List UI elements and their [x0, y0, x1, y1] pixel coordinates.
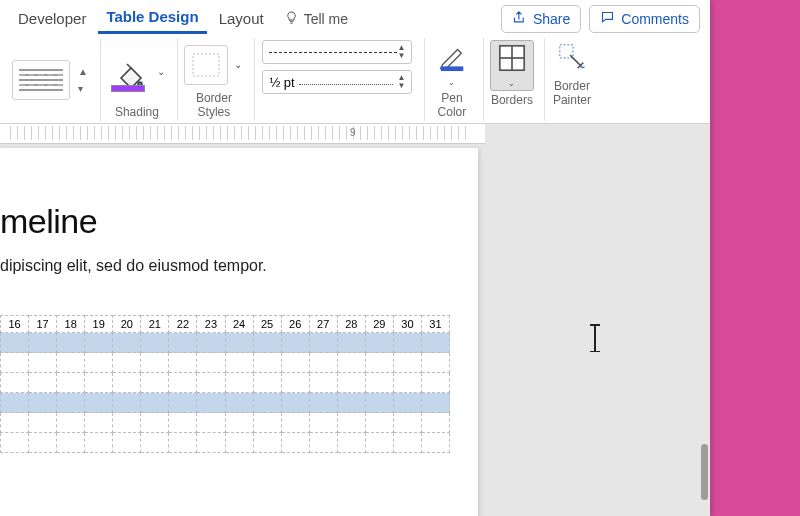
comments-button[interactable]: Comments [589, 5, 700, 33]
table-cell[interactable] [29, 433, 57, 453]
table-cell[interactable] [338, 393, 366, 413]
table-cell[interactable] [338, 413, 366, 433]
table-cell[interactable] [57, 393, 85, 413]
table-cell[interactable] [141, 433, 169, 453]
table-cell[interactable] [282, 373, 310, 393]
table-cell[interactable] [366, 373, 394, 393]
table-cell[interactable] [29, 413, 57, 433]
table-cell[interactable] [169, 413, 197, 433]
table-cell[interactable] [0, 333, 29, 353]
table-cell[interactable] [366, 353, 394, 373]
table-cell[interactable] [169, 333, 197, 353]
table-cell[interactable] [169, 353, 197, 373]
table-cell[interactable] [226, 413, 254, 433]
table-cell[interactable] [422, 353, 450, 373]
pen-color-button[interactable]: ⌄ [431, 40, 473, 89]
table-cell[interactable] [310, 353, 338, 373]
table-cell[interactable] [57, 333, 85, 353]
table-style-more-icon[interactable]: ▾ [76, 83, 90, 94]
table-cell[interactable] [310, 413, 338, 433]
border-painter-button[interactable] [551, 40, 593, 77]
table-cell[interactable] [141, 413, 169, 433]
table-cell[interactable] [85, 373, 113, 393]
table-cell[interactable] [254, 373, 282, 393]
table-cell[interactable] [197, 433, 225, 453]
table-cell[interactable] [338, 433, 366, 453]
timeline-table[interactable]: 16171819202122232425262728293031 [0, 315, 450, 453]
table-cell[interactable] [113, 333, 141, 353]
tell-me-search[interactable]: Tell me [276, 6, 356, 32]
table-cell[interactable] [366, 333, 394, 353]
table-cell[interactable] [85, 393, 113, 413]
border-style-dropdown-icon[interactable]: ⌄ [234, 59, 244, 70]
table-cell[interactable] [366, 393, 394, 413]
table-row[interactable] [0, 333, 450, 353]
table-cell[interactable] [85, 353, 113, 373]
table-cell[interactable] [422, 433, 450, 453]
table-row[interactable] [0, 353, 450, 373]
table-cell[interactable] [57, 353, 85, 373]
table-style-scroll-up-icon[interactable]: ▲ [76, 66, 90, 77]
table-cell[interactable] [338, 373, 366, 393]
horizontal-ruler[interactable]: 9 [0, 124, 485, 144]
table-cell[interactable] [226, 353, 254, 373]
table-cell[interactable] [113, 413, 141, 433]
table-cell[interactable] [113, 373, 141, 393]
table-cell[interactable] [85, 333, 113, 353]
table-cell[interactable] [141, 333, 169, 353]
table-cell[interactable] [197, 333, 225, 353]
table-cell[interactable] [113, 433, 141, 453]
table-cell[interactable] [310, 373, 338, 393]
table-cell[interactable] [141, 373, 169, 393]
table-cell[interactable] [310, 333, 338, 353]
shading-button[interactable] [107, 52, 151, 92]
tab-layout[interactable]: Layout [211, 6, 272, 33]
table-row[interactable] [0, 433, 450, 453]
table-cell[interactable] [282, 353, 310, 373]
table-row[interactable] [0, 393, 450, 413]
table-cell[interactable] [254, 353, 282, 373]
table-cell[interactable] [85, 413, 113, 433]
table-cell[interactable] [29, 333, 57, 353]
table-cell[interactable] [0, 413, 29, 433]
vertical-scrollbar-thumb[interactable] [701, 444, 708, 500]
table-cell[interactable] [0, 353, 29, 373]
table-cell[interactable] [57, 413, 85, 433]
table-cell[interactable] [394, 433, 422, 453]
tab-developer[interactable]: Developer [10, 6, 94, 33]
shading-dropdown-icon[interactable]: ⌄ [157, 66, 167, 77]
table-cell[interactable] [141, 353, 169, 373]
table-cell[interactable] [197, 373, 225, 393]
table-cell[interactable] [394, 393, 422, 413]
table-cell[interactable] [366, 433, 394, 453]
borders-button[interactable]: ⌄ [490, 40, 534, 91]
table-cell[interactable] [29, 393, 57, 413]
table-cell[interactable] [197, 393, 225, 413]
border-line-style-select[interactable]: ▲▼ [262, 40, 412, 64]
table-cell[interactable] [338, 353, 366, 373]
table-cell[interactable] [85, 433, 113, 453]
table-cell[interactable] [254, 413, 282, 433]
border-style-button[interactable] [184, 45, 228, 85]
table-cell[interactable] [226, 333, 254, 353]
table-style-gallery[interactable] [12, 60, 70, 100]
table-cell[interactable] [113, 353, 141, 373]
table-cell[interactable] [197, 413, 225, 433]
table-cell[interactable] [338, 333, 366, 353]
table-cell[interactable] [169, 433, 197, 453]
table-cell[interactable] [282, 393, 310, 413]
table-cell[interactable] [226, 373, 254, 393]
table-cell[interactable] [254, 433, 282, 453]
table-cell[interactable] [169, 373, 197, 393]
table-cell[interactable] [282, 433, 310, 453]
table-cell[interactable] [422, 333, 450, 353]
table-cell[interactable] [197, 353, 225, 373]
table-cell[interactable] [0, 373, 29, 393]
table-cell[interactable] [310, 433, 338, 453]
table-cell[interactable] [422, 373, 450, 393]
table-cell[interactable] [282, 413, 310, 433]
table-cell[interactable] [394, 353, 422, 373]
table-row[interactable] [0, 413, 450, 433]
table-cell[interactable] [169, 393, 197, 413]
share-button[interactable]: Share [501, 5, 581, 33]
